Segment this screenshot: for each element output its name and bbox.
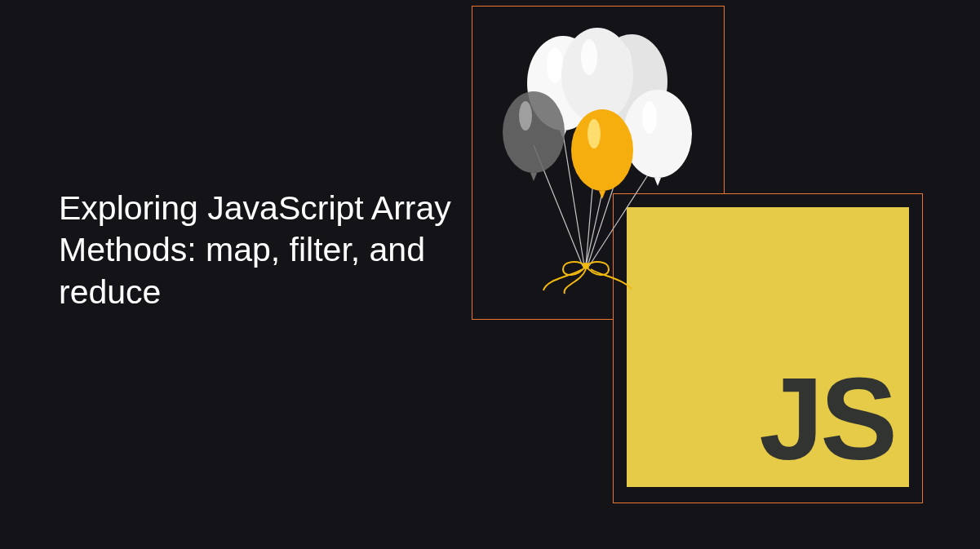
svg-marker-18 bbox=[530, 173, 537, 181]
svg-point-19 bbox=[623, 90, 692, 178]
svg-point-22 bbox=[571, 109, 633, 191]
svg-marker-21 bbox=[654, 178, 661, 186]
svg-point-6 bbox=[583, 263, 588, 268]
svg-point-20 bbox=[642, 101, 657, 134]
svg-point-14 bbox=[581, 39, 597, 75]
svg-point-23 bbox=[588, 119, 601, 148]
svg-marker-24 bbox=[599, 191, 605, 199]
svg-point-8 bbox=[547, 47, 563, 83]
balloons-icon bbox=[488, 24, 708, 310]
page-title: Exploring JavaScript Array Methods: map,… bbox=[59, 188, 483, 313]
svg-point-17 bbox=[519, 101, 532, 131]
svg-point-13 bbox=[561, 28, 633, 122]
javascript-logo-text: JS bbox=[759, 361, 894, 477]
svg-point-16 bbox=[503, 91, 565, 173]
